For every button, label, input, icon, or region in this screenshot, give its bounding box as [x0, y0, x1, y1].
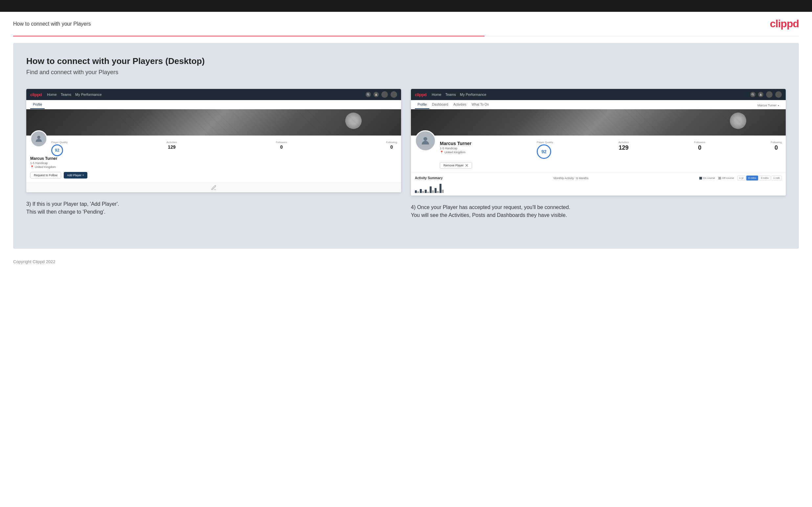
remove-player-button-right[interactable]: Remove Player — [440, 162, 472, 169]
stat-activities-value-right: 129 — [618, 145, 629, 151]
bar-on-5 — [435, 188, 437, 193]
close-icon-remove — [465, 164, 468, 167]
time-btn-3mths[interactable]: 3 mths — [759, 176, 771, 180]
stat-followers-left: Followers 0 — [276, 141, 287, 150]
main-title: How to connect with your Players (Deskto… — [26, 56, 786, 66]
player-dropdown-name-right: Marcus Turner — [757, 104, 776, 107]
player-handicap-left: 1-5 Handicap — [30, 161, 397, 165]
nav-teams-left[interactable]: Teams — [61, 93, 71, 97]
stat-following-left: Following 0 — [386, 141, 397, 150]
time-btn-1mth[interactable]: 1 mth — [771, 176, 782, 180]
stat-quality-left: Player Quality 92 — [51, 141, 68, 156]
time-btn-1yr[interactable]: 1 yr — [738, 176, 746, 180]
nav-myperformance-left[interactable]: My Performance — [75, 93, 102, 97]
settings-icon-right[interactable] — [766, 91, 773, 98]
stat-followers-right: Followers 0 — [694, 141, 705, 151]
page-title: How to connect with your Players — [13, 21, 91, 27]
nav-home-right[interactable]: Home — [432, 93, 441, 97]
profile-icon-left[interactable] — [391, 91, 397, 98]
settings-icon-left[interactable] — [382, 91, 388, 98]
app-chart-bars — [415, 183, 782, 193]
app-activity-header-right: Activity Summary Monthly Activity · 6 Mo… — [415, 176, 782, 180]
app-profile-row-right: Marcus Turner 1-5 Handicap 📍 United King… — [415, 138, 782, 169]
stat-activities-left: Activities 129 — [166, 141, 177, 150]
bar-off-2 — [422, 191, 424, 193]
player-handicap-right: 1-5 Handicap — [440, 147, 471, 150]
player-location-right: 📍 United Kingdom — [440, 151, 471, 154]
bar-off-6 — [442, 190, 444, 193]
stat-quality-label-left: Player Quality — [51, 141, 68, 144]
nav-teams-right[interactable]: Teams — [445, 93, 456, 97]
app-navbar-left: clippd Home Teams My Performance — [26, 89, 401, 100]
app-banner-right — [411, 109, 786, 135]
app-logo-right: clippd — [415, 92, 426, 97]
stat-following-value-right: 0 — [771, 145, 782, 151]
avatar-icon-right — [420, 135, 431, 146]
tab-profile-right[interactable]: Profile — [415, 103, 429, 109]
player-name-right: Marcus Turner — [440, 141, 471, 146]
app-nav-links-right: Home Teams My Performance — [432, 93, 745, 97]
user-icon-left[interactable] — [373, 92, 379, 97]
app-tabs-left: Profile — [26, 100, 401, 109]
tab-profile-left[interactable]: Profile — [30, 103, 45, 109]
search-icon-left[interactable] — [366, 92, 371, 97]
stat-activities-value-left: 129 — [166, 145, 177, 150]
bar-on-2 — [420, 189, 422, 193]
nav-home-left[interactable]: Home — [47, 93, 56, 97]
app-screenshot-right: clippd Home Teams My Performance — [411, 89, 786, 195]
app-screenshot-left: clippd Home Teams My Performance — [26, 89, 401, 192]
bar-group-1 — [415, 190, 419, 193]
screenshot-block-right: clippd Home Teams My Performance — [411, 89, 786, 219]
legend-on-course: On course — [699, 177, 715, 179]
time-btn-6mths[interactable]: 6 mths — [746, 176, 758, 180]
legend-on-course-dot — [699, 177, 702, 179]
profile-icon-right[interactable] — [775, 91, 782, 98]
main-subtitle: Find and connect with your Players — [26, 69, 786, 76]
svg-point-2 — [375, 94, 376, 95]
stat-following-label-left: Following — [386, 141, 397, 144]
legend-off-course-dot — [718, 177, 721, 179]
tab-what-to-on-right[interactable]: What To On — [469, 103, 492, 109]
bar-group-2 — [420, 189, 424, 193]
app-banner-left — [26, 109, 401, 135]
app-avatar-left — [30, 130, 47, 147]
app-pencil-area-left — [26, 182, 401, 192]
stat-activities-label-right: Activities — [618, 141, 629, 144]
svg-point-6 — [760, 94, 761, 95]
legend-on-course-label: On course — [703, 177, 715, 179]
location-pin-icon-right: 📍 — [440, 151, 444, 154]
player-location-left: 📍 United Kingdom — [30, 165, 397, 169]
location-pin-icon-left: 📍 — [30, 165, 34, 169]
step3-description: 3) If this is your Player tap, 'Add Play… — [26, 200, 401, 216]
bar-group-4 — [429, 186, 434, 193]
bar-group-3 — [425, 190, 429, 193]
app-profile-area-left: Player Quality 92 Activities 129 Followe… — [26, 135, 401, 182]
top-bar — [0, 0, 812, 12]
player-dropdown-right[interactable]: Marcus Turner ▾ — [755, 104, 782, 109]
svg-point-4 — [752, 94, 754, 95]
svg-line-5 — [753, 95, 754, 96]
clippd-logo: clippd — [770, 18, 799, 30]
bar-on-1 — [415, 190, 417, 193]
app-logo-left: clippd — [30, 92, 42, 97]
add-player-button-left[interactable]: Add Player + — [64, 172, 87, 178]
app-avatar-right — [415, 130, 436, 151]
stat-followers-value-left: 0 — [276, 145, 287, 150]
tab-activities-right[interactable]: Activities — [451, 103, 469, 109]
bar-group-6 — [440, 184, 444, 193]
request-follow-button-left[interactable]: Request to Follow — [30, 172, 61, 178]
screenshots-row: clippd Home Teams My Performance — [26, 89, 786, 219]
tab-dashboard-right[interactable]: Dashboard — [429, 103, 451, 109]
stat-followers-value-right: 0 — [694, 145, 705, 151]
app-buttons-row-right: Remove Player — [440, 162, 782, 169]
app-profile-row-left: Player Quality 92 Activities 129 Followe… — [30, 138, 397, 156]
bar-off-1 — [417, 191, 419, 193]
stat-activities-label-left: Activities — [166, 141, 177, 144]
stat-quality-right: Player Quality 92 — [537, 141, 553, 159]
copyright-text: Copyright Clippd 2022 — [13, 259, 55, 264]
user-icon-right[interactable] — [758, 92, 763, 97]
bar-on-3 — [425, 190, 427, 193]
nav-myperformance-right[interactable]: My Performance — [460, 93, 487, 97]
stat-activities-right: Activities 129 — [618, 141, 629, 151]
search-icon-right[interactable] — [750, 92, 756, 97]
